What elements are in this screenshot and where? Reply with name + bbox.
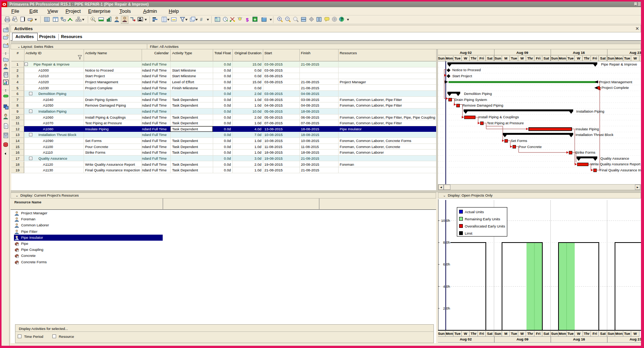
svg-text:?: ? [334, 18, 336, 21]
svg-text:?: ? [341, 17, 343, 21]
svg-text:#: # [200, 17, 203, 22]
svg-text:$: $ [246, 17, 249, 23]
svg-text:A: A [92, 18, 94, 20]
